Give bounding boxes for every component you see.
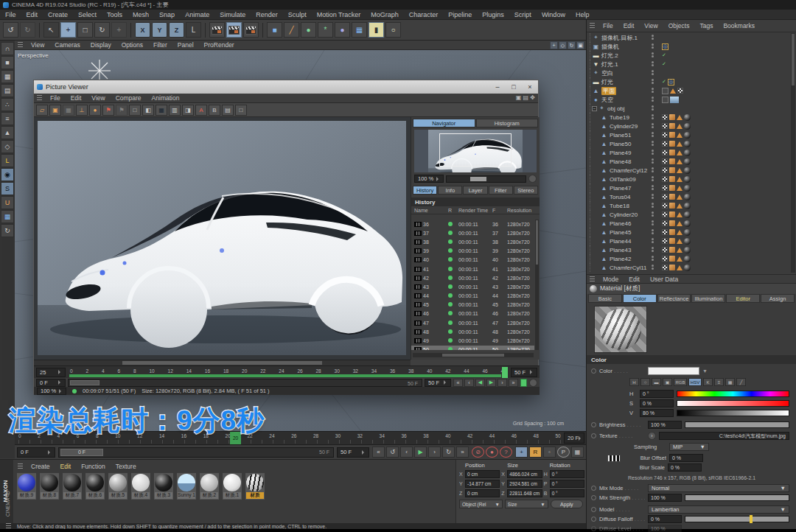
value-slider[interactable] (677, 410, 789, 416)
visibility-dots-icon[interactable] (652, 61, 654, 67)
history-column-header[interactable]: Name (414, 208, 448, 213)
mat-tag-icon[interactable] (684, 247, 691, 253)
menu-item[interactable]: ProRender (199, 41, 240, 49)
phong-tag-icon[interactable] (669, 203, 675, 209)
grid-view-icon[interactable]: ▦ (156, 105, 167, 116)
anim-dot-icon[interactable] (591, 507, 596, 512)
object-name[interactable]: 灯光 (601, 78, 613, 86)
history-scrollbar-horizontal[interactable] (413, 353, 534, 357)
object-name[interactable]: 平面 (601, 87, 616, 95)
menu-item[interactable]: File (598, 22, 618, 29)
play-icon[interactable]: ▶ (414, 447, 427, 458)
key-parameter-toggle[interactable]: P (557, 447, 570, 458)
seltri-tag-icon[interactable] (677, 168, 682, 173)
coordinate-input[interactable]: 0 ° (550, 470, 584, 478)
material-item[interactable]: 材质.7 (62, 472, 83, 500)
frame-input[interactable]: 0 F (17, 447, 55, 458)
anim-dot-icon[interactable] (591, 517, 596, 522)
axis-x-lock-icon[interactable]: X (135, 22, 150, 38)
history-column-header[interactable]: F (492, 208, 507, 213)
object-name[interactable]: ChamferCyl11 (610, 265, 647, 271)
model-mode-icon[interactable]: ■ (1, 56, 14, 69)
menu-item[interactable]: Objects (663, 22, 695, 29)
checker-tag-icon[interactable] (662, 123, 668, 129)
blur-offset-input[interactable]: 0 % (669, 454, 703, 462)
object-name[interactable]: 天空 (601, 96, 613, 104)
range-end-input[interactable]: 50 F (337, 447, 369, 458)
apply-button[interactable]: Apply (551, 500, 583, 508)
visibility-dots-icon[interactable] (652, 238, 654, 244)
pv-prev-frame-icon[interactable]: ‹ (464, 379, 474, 387)
sampling-dropdown[interactable]: MIP▼ (669, 443, 709, 451)
visibility-dots-icon[interactable] (652, 229, 654, 235)
brightness-input[interactable]: 100 % (648, 421, 682, 429)
object-row[interactable]: ⌖空白 (587, 69, 790, 77)
object-row[interactable]: ●天空 (587, 95, 790, 104)
seltri-tag-icon[interactable] (670, 88, 676, 94)
mat-tag-icon[interactable] (684, 220, 691, 227)
pv-zoom-input[interactable]: 100 % (37, 388, 66, 395)
object-row[interactable]: ▲Plane50 (587, 139, 790, 148)
coordinate-input[interactable]: 0 cm (465, 489, 500, 497)
object-row[interactable]: −⌖obj obj (587, 104, 790, 113)
compo-tag-icon[interactable] (662, 97, 668, 103)
picker-icon[interactable]: ╱ (736, 378, 746, 386)
zoom-view-icon[interactable]: ◇ (559, 41, 567, 49)
navigator-thumbnail[interactable] (414, 130, 537, 172)
go-start-icon[interactable]: « (372, 447, 385, 458)
seltri-tag-icon[interactable] (677, 133, 682, 138)
pv-go-start-icon[interactable]: « (453, 379, 463, 387)
menu-item[interactable]: Tags (694, 22, 718, 29)
checker-tag-icon[interactable] (662, 114, 668, 120)
panel-grip-icon[interactable] (590, 276, 595, 282)
menu-item[interactable]: Function (76, 463, 111, 470)
object-row[interactable]: ▲Plane47 (587, 183, 790, 192)
coordinate-input[interactable]: 4866.024 cm (507, 470, 542, 478)
visibility-dots-icon[interactable] (652, 150, 654, 155)
checker-tag-icon[interactable] (662, 141, 668, 147)
object-name[interactable]: 摄像机.目标.1 (601, 34, 638, 42)
checker-tag-icon[interactable] (662, 194, 668, 200)
render-view-icon[interactable] (209, 22, 225, 38)
object-row[interactable]: ▲ChamferCyl11 (587, 263, 790, 272)
spline-pen-icon[interactable]: ╱ (284, 22, 299, 38)
object-row[interactable]: ▲ChamferCyl12 (587, 166, 790, 175)
checker-tag-icon[interactable] (662, 256, 668, 262)
key-position-toggle[interactable]: + (515, 447, 528, 458)
tab-reflectance[interactable]: Reflectance (657, 294, 691, 303)
checker-tag-icon[interactable] (662, 265, 668, 270)
phong-tag-icon[interactable] (669, 247, 675, 253)
anim-dot-icon[interactable] (591, 486, 596, 491)
history-row[interactable]: 4400:00:11441280x720 (411, 292, 534, 301)
object-name[interactable]: Plane51 (610, 132, 631, 139)
phong-tag-icon[interactable] (669, 220, 675, 226)
material-item[interactable]: 材质.1 (222, 472, 242, 500)
menu-item[interactable]: Snap (154, 11, 180, 18)
lock-workplane-icon[interactable]: ↻ (1, 224, 14, 237)
menu-item[interactable]: Display (85, 41, 116, 49)
checker-tag-icon[interactable] (662, 238, 668, 244)
flag-image-icon[interactable]: ⚑ (102, 105, 114, 116)
history-row[interactable]: 4700:00:11471280x720 (411, 318, 534, 327)
rotate-view-icon[interactable]: ↻ (568, 41, 576, 49)
sculpt-brush-icon[interactable]: ∩ (1, 42, 14, 55)
checker-tag-icon[interactable] (662, 176, 668, 182)
checker-tag-icon[interactable] (662, 132, 668, 138)
coordinate-input[interactable]: -14.877 cm (465, 480, 500, 488)
phong-tag-icon[interactable] (669, 150, 675, 155)
navigator-zoom-input[interactable]: 100 % (414, 175, 444, 183)
seltri-tag-icon[interactable] (677, 230, 682, 235)
menu-item[interactable]: User Data (645, 276, 683, 283)
camera-icon[interactable]: ▮ (369, 22, 384, 38)
panel-grip-icon[interactable] (37, 95, 42, 101)
menu-item[interactable]: Simulate (214, 11, 251, 18)
seltri-tag-icon[interactable] (677, 186, 682, 191)
history-row[interactable]: 4600:00:11461280x720 (411, 309, 534, 318)
object-row[interactable]: ▲Plane44 (587, 237, 790, 245)
tab-assign[interactable]: Assign (761, 294, 795, 303)
visibility-dots-icon[interactable] (652, 167, 654, 173)
phong-tag-icon[interactable] (669, 167, 675, 173)
scrubber-thumb[interactable]: 0 F (60, 449, 103, 456)
tab-info[interactable]: Info (438, 186, 462, 195)
texture-mode-icon[interactable]: ▦ (1, 70, 14, 83)
